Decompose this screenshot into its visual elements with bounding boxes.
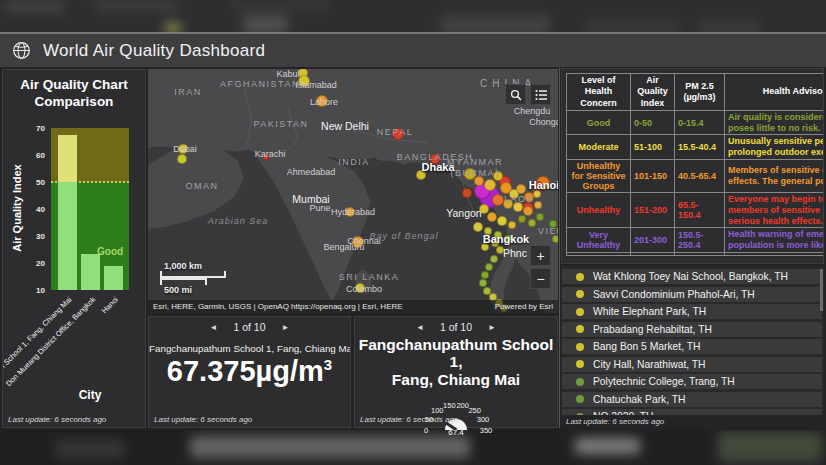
station-status-dot: [576, 360, 584, 368]
list-scrollbar[interactable]: [820, 269, 823, 311]
station-label: Savvi Condominium Phahol-Ari, TH: [593, 289, 755, 300]
y-tick-label: 10: [36, 286, 45, 295]
advisory-line: serious health effects.: [728, 216, 824, 227]
map-label: Lahore: [310, 97, 338, 107]
prev-arrow-button[interactable]: ◄: [416, 323, 424, 332]
table-cell: 40.5-65.4: [675, 159, 725, 192]
last-update-text: Last update: 6 seconds ago: [561, 415, 824, 428]
x-category-label: Hanoi: [100, 295, 120, 315]
prev-arrow-button[interactable]: ◄: [210, 323, 218, 332]
map-panel[interactable]: IRANAFGHANISTANKabulIslamabadLahorePAKIS…: [148, 69, 558, 313]
station-status-dot: [576, 343, 584, 351]
gauge-tick-label: 0: [424, 426, 428, 435]
advisory-cell: Members of sensitive groups may expeeffe…: [725, 159, 825, 192]
pagination-label: 1 of 10: [233, 321, 265, 333]
advisory-line: Everyone may begin to experience hea: [728, 194, 824, 205]
table-cell: [675, 252, 725, 255]
blur-blob: [575, 438, 640, 454]
table-cell: Good: [567, 110, 631, 135]
globe-icon: [12, 41, 31, 60]
chart-bar[interactable]: [58, 135, 77, 290]
map-label: Colombo: [346, 284, 382, 294]
advisory-line: prolonged outdoor exertion.: [728, 147, 824, 158]
map-label: VIET: [538, 226, 558, 236]
blur-blob: [4, 2, 64, 11]
map-label: Bay of Bengal: [369, 231, 438, 241]
map-legend-button[interactable]: [530, 84, 551, 105]
chart-yticks: 10203040506070: [27, 128, 47, 290]
gauge-tick-label: 300: [477, 414, 490, 423]
map-label: Pune: [309, 203, 330, 213]
advisory-line: Air quality is considered satisfactory a…: [728, 112, 824, 123]
list-item[interactable]: White Elephant Park, TH: [562, 304, 822, 319]
list-item[interactable]: Polytechnic College, Trang, TH: [562, 374, 822, 389]
gauge-tick-label: 350: [480, 426, 493, 435]
zoom-out-button[interactable]: −: [530, 268, 551, 289]
pm25-value-panel: ◄ 1 of 10 ► Fangchanupathum School 1, Fa…: [148, 316, 351, 428]
zoom-in-button[interactable]: +: [530, 245, 551, 266]
list-item[interactable]: Prabadang Rehabiltat, TH: [562, 322, 822, 337]
scale-km-bar: [160, 271, 226, 278]
list-item[interactable]: Wat Khlong Toey Nai School, Bangkok, TH: [562, 269, 822, 284]
chart-panel: Air Quality Chart Comparison Air Quality…: [2, 69, 146, 428]
advisory-line: members of sensitive groups may expe: [728, 205, 824, 216]
map-label: New Delhi: [321, 120, 369, 132]
table-cell: [567, 252, 631, 255]
y-tick-label: 50: [36, 178, 45, 187]
table-cell: [631, 252, 675, 255]
last-update-text: Last update: 6 seconds ago: [8, 415, 106, 424]
map-search-button[interactable]: [505, 84, 526, 105]
chart-bar[interactable]: [104, 266, 123, 290]
x-axis-title: City: [51, 388, 129, 402]
station-status-dot: [576, 290, 584, 298]
list-item[interactable]: City Hall, Narathiwat, TH: [562, 357, 822, 372]
list-item[interactable]: Chatuchak Park, TH: [562, 392, 822, 407]
scale-mi-label: 500 mi: [160, 285, 226, 295]
advisory-cell: Health warning of emergency conditionpop…: [725, 228, 825, 253]
map-label: Hanoi: [529, 179, 558, 191]
map-label: Mumbai: [292, 193, 329, 205]
table-cell: Unhealthy: [567, 192, 631, 227]
next-arrow-button[interactable]: ►: [488, 323, 496, 332]
y-axis-title: Air Quality Index: [11, 128, 23, 288]
station-status-dot: [576, 273, 584, 281]
y-tick-label: 20: [36, 259, 45, 268]
chart-bar[interactable]: [81, 254, 100, 290]
map-label: Islamabad: [295, 80, 337, 90]
table-cell: 0-15.4: [675, 110, 725, 135]
station-name: Fangchanupathum School 1, Fang, Chiang M…: [355, 336, 557, 388]
map-label: INDIA: [338, 157, 370, 167]
pm25-unit: µg/m: [256, 355, 324, 387]
col-header-advisory: Health Advisory: [725, 74, 825, 111]
table-row: Unhealthy for Sensitive Groups101-15040.…: [567, 159, 825, 192]
blur-blob: [440, 16, 550, 33]
map-label: (BURMA): [451, 168, 500, 178]
station-label: Polytechnic College, Trang, TH: [593, 376, 735, 387]
map-label: Yangon: [446, 207, 481, 219]
x-category-label: Don Mueang District Office, Bangkok: [4, 295, 97, 388]
blur-blob: [243, 16, 288, 33]
table-cell: 151-200: [631, 192, 675, 227]
station-status-dot: [576, 325, 584, 333]
station-name-line1: Fangchanupathum School 1,: [355, 336, 557, 371]
map-label: PAKISTAN: [253, 119, 308, 129]
map-label: Bangkok: [483, 233, 529, 245]
attribution-text: Esri, HERE, Garmin, USGS | OpenAQ https:…: [153, 302, 403, 311]
station-status-dot: [576, 378, 584, 386]
table-row: Good0-500-15.4Air quality is considered …: [567, 110, 825, 135]
pm25-value: 67.375µg/m3: [149, 355, 350, 388]
blur-blob: [55, 440, 125, 458]
table-cell: 201-300: [631, 228, 675, 253]
advisory-line: Unusually sensitive people should cons: [728, 136, 824, 147]
col-header-pm25: PM 2.5 (µg/m3): [675, 74, 725, 111]
advisory-cell: [725, 252, 825, 255]
gauge-panel: ◄ 1 of 10 ► Fangchanupathum School 1, Fa…: [354, 316, 558, 428]
map-label: AFGHANISTAN: [220, 79, 300, 89]
pm25-number: 67.375: [167, 355, 256, 387]
list-item[interactable]: Bang Bon 5 Market, TH: [562, 339, 822, 354]
chart-bar-above-threshold: [58, 135, 77, 182]
table-cell: 65.5-150.4: [675, 192, 725, 227]
next-arrow-button[interactable]: ►: [282, 323, 290, 332]
health-table: Level of Health Concern Air Quality Inde…: [566, 73, 824, 256]
list-item[interactable]: Savvi Condominium Phahol-Ari, TH: [562, 287, 822, 302]
